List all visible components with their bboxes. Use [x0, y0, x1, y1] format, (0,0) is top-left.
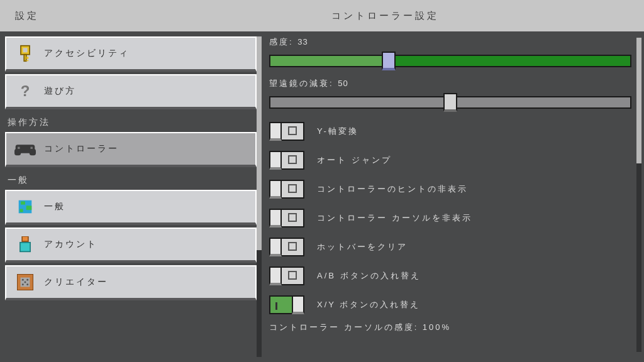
controller-icon: [6, 142, 44, 156]
toggle-row-invert_y: Y-軸変換: [269, 119, 631, 143]
globe-icon: [6, 199, 44, 214]
toggle-label: コントローラー カーソルを非表示: [317, 212, 472, 224]
section-header-general: 一般: [5, 170, 257, 190]
question-icon: ?: [6, 82, 44, 100]
svg-rect-6: [14, 149, 21, 155]
spyglass-slider[interactable]: [269, 93, 631, 112]
svg-rect-12: [26, 206, 32, 210]
sensitivity-slider[interactable]: [269, 52, 631, 70]
svg-rect-15: [20, 243, 30, 252]
svg-rect-1: [23, 48, 28, 52]
toggle-auto_jump[interactable]: [269, 151, 304, 170]
svg-rect-9: [31, 147, 33, 149]
sidebar-item-label: コントローラー: [44, 143, 119, 155]
toggle-label: A/B ボタンの入れ替え: [317, 270, 421, 282]
header: 設定 コントローラー設定: [0, 0, 644, 31]
toggle-row-swap_ab: A/B ボタンの入れ替え: [269, 264, 631, 288]
page-title: コントローラー設定: [206, 10, 439, 22]
sidebar-item-creator[interactable]: クリエイター: [5, 265, 257, 300]
svg-point-19: [26, 279, 28, 281]
svg-rect-7: [30, 149, 36, 155]
svg-point-20: [22, 283, 24, 285]
toggle-hide_cursor[interactable]: [269, 209, 304, 228]
toggle-row-hide_hints: コントローラーのヒントの非表示: [269, 177, 631, 201]
toggle-row-auto_jump: オート ジャンプ: [269, 148, 631, 172]
sidebar-item-account[interactable]: アカウント: [5, 228, 257, 263]
panel-scrollbar[interactable]: [636, 38, 641, 352]
toggle-swap_xy[interactable]: [269, 295, 304, 314]
key-icon: [6, 45, 44, 62]
settings-panel: 感度: 33 望遠鏡の減衰: 50 Y-軸変換オート ジャンプコントローラーのヒ…: [262, 31, 644, 362]
sidebar: アクセシビリティ ? 遊び方 操作方法 コントローラー 一般 一般 アカウント: [0, 31, 262, 362]
svg-point-22: [25, 282, 26, 283]
sidebar-item-howto[interactable]: ? 遊び方: [5, 74, 257, 109]
sidebar-item-controller[interactable]: コントローラー: [5, 132, 257, 167]
toggle-swap_ab[interactable]: [269, 266, 304, 285]
svg-point-18: [22, 279, 24, 281]
toggle-label: ホットバーをクリア: [317, 241, 408, 253]
sidebar-item-label: クリエイター: [44, 277, 108, 288]
sensitivity-slider-block: 感度: 33: [269, 36, 631, 70]
sensitivity-label: 感度: 33: [269, 36, 631, 48]
toggle-label: オート ジャンプ: [317, 155, 392, 166]
toggle-row-swap_xy: X/Y ボタンの入れ替え: [269, 293, 631, 317]
svg-rect-4: [26, 60, 29, 62]
toggle-invert_y[interactable]: [269, 122, 304, 141]
toggle-row-clear_hotbar: ホットバーをクリア: [269, 235, 631, 259]
svg-rect-8: [18, 147, 19, 149]
sidebar-scrollbar[interactable]: [257, 36, 262, 357]
sidebar-item-accessibility[interactable]: アクセシビリティ: [5, 36, 257, 72]
section-header-controls: 操作方法: [5, 112, 257, 132]
svg-point-21: [26, 283, 28, 285]
toggle-label: コントローラーのヒントの非表示: [317, 184, 468, 195]
sidebar-item-general[interactable]: 一般: [5, 190, 257, 225]
svg-rect-11: [21, 201, 25, 204]
svg-rect-2: [24, 55, 26, 62]
settings-title: 設定: [0, 10, 54, 22]
svg-rect-14: [22, 236, 28, 241]
creator-icon: [6, 274, 44, 290]
toggle-hide_hints[interactable]: [269, 180, 304, 199]
toggle-label: X/Y ボタンの入れ替え: [317, 299, 420, 310]
svg-rect-13: [19, 209, 23, 212]
toggle-label: Y-軸変換: [317, 126, 358, 137]
spyglass-slider-block: 望遠鏡の減衰: 50: [269, 78, 631, 112]
toggle-row-hide_cursor: コントローラー カーソルを非表示: [269, 206, 631, 230]
cursor-sensitivity-label: コントローラー カーソルの感度: 100%: [269, 322, 631, 333]
sidebar-item-label: アカウント: [44, 239, 97, 250]
sidebar-item-label: 遊び方: [44, 85, 76, 97]
spyglass-label: 望遠鏡の減衰: 50: [269, 78, 631, 89]
toggle-clear_hotbar[interactable]: [269, 238, 304, 256]
svg-rect-3: [26, 57, 29, 59]
sidebar-item-label: 一般: [44, 201, 65, 212]
sidebar-item-label: アクセシビリティ: [44, 48, 130, 59]
account-icon: [6, 236, 44, 253]
